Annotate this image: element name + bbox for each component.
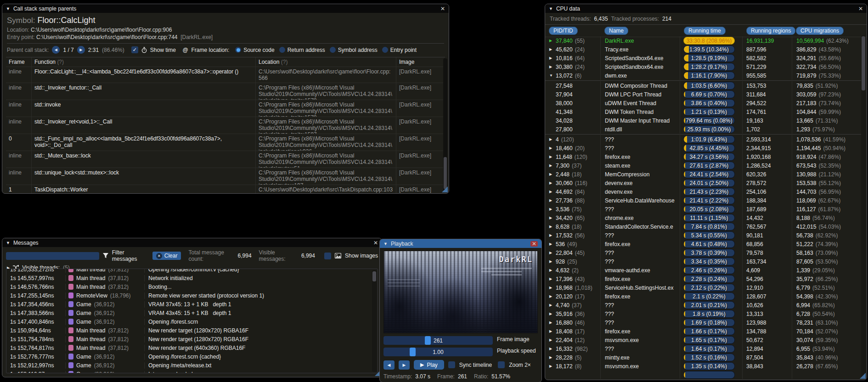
radio-icon[interactable] xyxy=(279,47,285,53)
callstack-table-row[interactable]: inlinestd::_Mutex_base::lockC:\Program F… xyxy=(6,151,445,168)
message-row[interactable]: 1s 120,333,272nsMain thread(37,812)Openi… xyxy=(6,269,378,274)
message-row[interactable]: 1s 147,354,456nsGame(36,912)VRAM 37x45: … xyxy=(6,300,378,309)
expand-arrow-icon[interactable]: ▶ xyxy=(549,251,553,255)
cpu-table-row[interactable]: ▶4,632(2)vmware-authd.exe2.46 s (0.26%)4… xyxy=(545,266,861,275)
col-image[interactable]: Image xyxy=(396,57,445,67)
message-row[interactable]: 1s 150,994,64nsMain thread(37,812)New re… xyxy=(6,326,378,335)
callstack-table-row[interactable]: inlinestd::unique_lock<std::mutex>::lock… xyxy=(6,168,445,185)
callstack-scrollbar[interactable] xyxy=(443,58,447,191)
clear-button[interactable]: ✕ Clear xyxy=(152,252,181,260)
message-row[interactable]: 1s 152,764,817nsMain thread(37,812)New r… xyxy=(6,343,378,352)
sync-timeline-checkbox[interactable] xyxy=(448,361,455,368)
message-row[interactable]: 1s 146,576,766nsMain thread(37,812)Booti… xyxy=(6,282,378,291)
message-row[interactable]: 1s 152,912,997nsGame(36,912)Opening /met… xyxy=(6,361,378,370)
cpu-table-row[interactable]: ▶3,536(75)???20.05 s (2.08%)187,689116,1… xyxy=(545,205,861,213)
callstack-table-row[interactable]: 1TaskDispatch::WorkerC:\Users\wolf\Deskt… xyxy=(6,185,445,194)
collapse-icon[interactable]: ▼ xyxy=(549,6,553,11)
expand-arrow-icon[interactable]: ▶ xyxy=(549,355,553,360)
cpu-table-row[interactable]: ▶27,736(88)ServiceHub.DataWarehouse21.41… xyxy=(545,196,861,205)
expand-arrow-icon[interactable]: ▶ xyxy=(549,268,553,272)
play-button[interactable]: ▶ Play xyxy=(414,360,444,370)
cpu-table-row[interactable]: ▶11,648(120)firefox.exe34.27 s (3.56%)1,… xyxy=(545,152,861,161)
cpu-table-row[interactable]: ▶8,628(18)StandardCollector.Service.e7.8… xyxy=(545,222,861,231)
expand-arrow-icon[interactable]: ▶ xyxy=(549,190,553,194)
cpu-table-row[interactable]: 27,800ntdll.dll25.93 ms (0.00%)1,7021,29… xyxy=(545,125,861,134)
collapse-arrow-icon[interactable]: ▼ xyxy=(549,73,553,78)
cpu-sort-button-cpu-migrations[interactable]: CPU migrations xyxy=(796,27,844,35)
close-icon[interactable]: ✕ xyxy=(858,6,863,11)
callstack-table-row[interactable]: inlineFloor::CalcLight::__l4::<lambda_5b… xyxy=(6,67,445,83)
slider-grab[interactable] xyxy=(425,336,431,345)
expand-arrow-icon[interactable]: ▶ xyxy=(549,312,553,316)
message-row[interactable]: 1s 147,400,846nsGame(36,912)Opening /for… xyxy=(6,317,378,326)
cpu-table-row[interactable] xyxy=(545,371,861,379)
frame-location-option[interactable]: Entry point xyxy=(382,47,417,53)
radio-icon[interactable] xyxy=(382,47,388,53)
callstack-table-row[interactable]: inlinestd::_Invoker_functor::_CallC:\Pro… xyxy=(6,83,445,100)
messages-scrollbar[interactable] xyxy=(372,270,377,372)
cpu-table-row[interactable]: ▶18,172(8)msvsmon.exe1.35 s (0.14%)38,84… xyxy=(545,362,861,371)
expand-arrow-icon[interactable]: ▶ xyxy=(549,155,553,159)
cpu-table-row[interactable]: ▶22,804(45)???3.78 s (0.39%)79,57858,163… xyxy=(545,248,861,257)
cpu-table-row[interactable]: ▶16,332(982)???1.64 s (0.17%)12,8946,955… xyxy=(545,344,861,353)
expand-arrow-icon[interactable]: ▶ xyxy=(549,225,553,229)
expand-arrow-icon[interactable]: ▶ xyxy=(549,364,553,368)
callstack-titlebar[interactable]: ▼ Call stack sample parents ✕ xyxy=(2,4,449,13)
frame-location-option[interactable]: Source code xyxy=(235,47,274,53)
playback-titlebar[interactable]: ▼ Playback ✕ xyxy=(380,239,541,248)
message-row[interactable]: 1s 147,383,566nsGame(36,912)VRAM 43x45: … xyxy=(6,309,378,317)
expand-arrow-icon[interactable]: ▶ xyxy=(549,146,553,150)
cpu-table-row[interactable]: ▶928(25)???3.34 s (0.35%)163,73487,605(5… xyxy=(545,257,861,266)
slider-grab[interactable] xyxy=(410,348,416,356)
expand-arrow-icon[interactable]: ▶ xyxy=(549,338,553,342)
cpu-table-row[interactable]: 38,000uDWM Event Thread3.86 s (0.40%)294… xyxy=(545,99,861,107)
col-location[interactable]: Location (?) xyxy=(256,57,396,67)
callstack-table-row[interactable]: inlinestd::_Invoker_ret<void,1>::_CallC:… xyxy=(6,117,445,134)
expand-arrow-icon[interactable]: ▶ xyxy=(549,163,553,168)
cpu-sort-button-running-regions[interactable]: Running regions xyxy=(746,27,795,35)
expand-arrow-icon[interactable]: ▶ xyxy=(549,47,553,51)
frame-location-option[interactable]: Return address xyxy=(279,47,325,53)
cpu-table-row[interactable]: ▶34,420(65)chrome.exe11.11 s (1.15%)14,4… xyxy=(545,213,861,222)
callstack-table-header[interactable]: Frame Function (?) Location (?) Image xyxy=(6,57,445,67)
cpu-table-row[interactable]: ▶37,840(55)DarkRL.exe33:30.8 (208.96%)16… xyxy=(545,36,861,45)
collapse-icon[interactable]: ▼ xyxy=(6,6,10,11)
close-icon[interactable]: ✕ xyxy=(440,6,445,11)
cpu-table-row[interactable]: ▶18,460(20)???42.85 s (4.45%)2,344,9151,… xyxy=(545,144,861,152)
frame-image-slider[interactable]: 261 xyxy=(383,336,493,345)
filter-input[interactable] xyxy=(6,252,99,260)
expand-arrow-icon[interactable]: ▶ xyxy=(549,303,553,307)
expand-arrow-icon[interactable]: ▶ xyxy=(549,233,553,237)
expand-arrow-icon[interactable]: ▶ xyxy=(549,181,553,185)
expand-arrow-icon[interactable]: ▶ xyxy=(549,320,553,325)
callstack-table-row[interactable]: inlinestd::invokeC:\Program Files (x86)\… xyxy=(6,100,445,117)
cpu-table-row[interactable]: ▶44,692(84)devenv.exe21.43 s (2.23%)254,… xyxy=(545,187,861,196)
cpu-table-row[interactable]: ▶17,396(43)firefox.exe2.28 s (0.24%)54,2… xyxy=(545,275,861,283)
close-icon[interactable]: ✕ xyxy=(530,241,538,247)
collapse-icon[interactable]: ▼ xyxy=(383,242,388,246)
cpu-table-row[interactable]: ▶30,380(24)ScriptedSandbox64.exe1:28.2 (… xyxy=(545,62,861,71)
expand-arrow-icon[interactable]: ▶ xyxy=(549,294,553,298)
expand-arrow-icon[interactable]: ▶ xyxy=(549,286,553,290)
expand-arrow-icon[interactable]: ▶ xyxy=(549,65,553,69)
expand-arrow-icon[interactable]: ▶ xyxy=(549,277,553,281)
expand-arrow-icon[interactable]: ▶ xyxy=(549,198,553,202)
expand-arrow-icon[interactable]: ▶ xyxy=(549,347,553,351)
next-frame-button[interactable]: ▶ xyxy=(399,360,410,370)
expand-arrow-icon[interactable]: ▶ xyxy=(549,259,553,264)
expand-arrow-icon[interactable]: ▶ xyxy=(549,172,553,176)
message-row[interactable]: 1s 152,776,777nsGame(36,912)Opening /for… xyxy=(6,352,378,361)
cpu-table-row[interactable]: ▶28,228(5)mintty.exe1.52 s (0.16%)87,504… xyxy=(545,353,861,362)
close-icon[interactable]: ✕ xyxy=(373,240,378,246)
cpu-table-row[interactable]: 27,548DWM Compositor Thread1:03.5 (6.60%… xyxy=(545,81,861,90)
message-row[interactable]: 1s 145,557,997nsMain thread(37,812)Netwo… xyxy=(6,274,378,282)
next-frame-button[interactable]: ▶ xyxy=(77,46,85,54)
expand-arrow-icon[interactable]: ▶ xyxy=(549,329,553,333)
frame-location-option[interactable]: Symbol address xyxy=(330,47,378,53)
expand-arrow-icon[interactable]: ▶ xyxy=(549,137,553,141)
cpu-scrollbar[interactable] xyxy=(861,35,866,378)
expand-arrow-icon[interactable]: ▶ xyxy=(549,56,553,60)
callstack-table-row[interactable]: 0std::_Func_impl_no_alloc<<lambda_5bc224… xyxy=(6,134,445,151)
cpu-table-row[interactable]: 37,904DWM LPC Port Thread6.69 s (0.70%)3… xyxy=(545,90,861,99)
cpu-table-row[interactable]: ▶4(120)???1:01.9 (6.43%)2,593,3141,078,5… xyxy=(545,135,861,144)
